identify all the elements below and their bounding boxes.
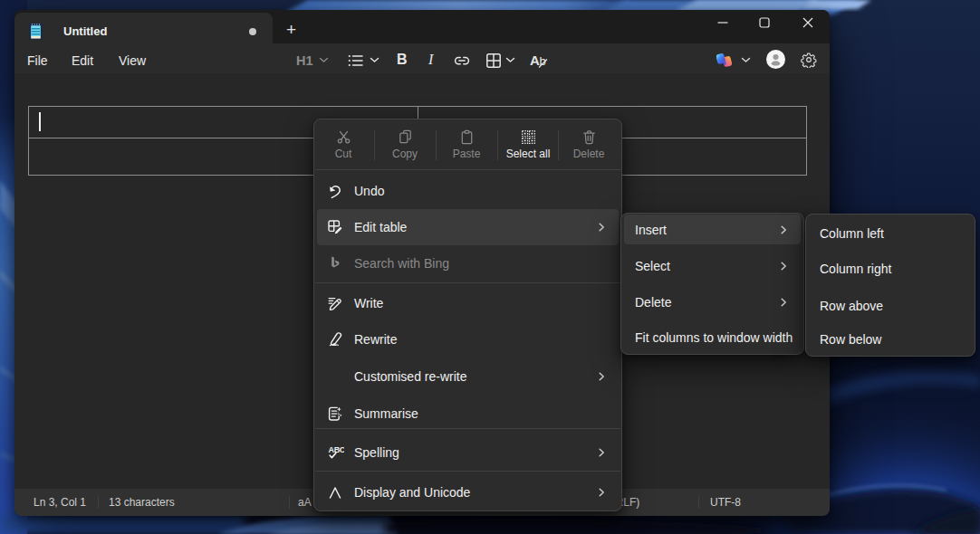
svg-text:A: A — [530, 52, 540, 68]
